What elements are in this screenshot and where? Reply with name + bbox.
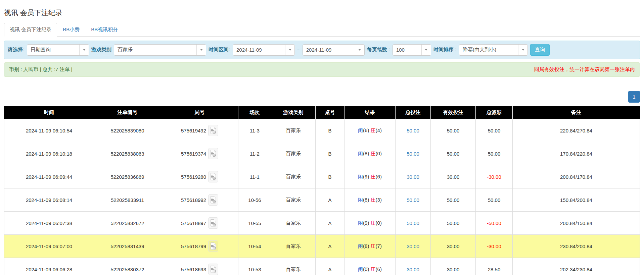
tab-bb-points[interactable]: BB视讯积分: [85, 23, 124, 37]
video-file-icon: [210, 150, 217, 158]
video-replay-button[interactable]: [208, 125, 218, 136]
page: 视讯 会员下注纪录 视讯 会员下注纪录 BB小费 BB视讯积分 请选择: 日期查…: [0, 0, 644, 275]
cell-remark: 200.84/150.84: [513, 212, 640, 235]
date-to-select[interactable]: 2024-11-09: [303, 44, 365, 56]
video-replay-button[interactable]: [208, 171, 218, 182]
chevron-down-icon[interactable]: [79, 45, 89, 55]
cell-valid-bet: 50.00: [431, 119, 476, 142]
payout-value: 50.00: [488, 128, 501, 133]
game-type-value: 百家乐: [114, 45, 196, 55]
cell-time: 2024-11-09 06:10:18: [4, 142, 94, 165]
video-replay-button[interactable]: [208, 264, 218, 275]
banker-score: (4): [376, 127, 382, 133]
payout-value: 50.00: [488, 197, 501, 203]
cell-table-no: B: [316, 142, 344, 165]
payout-value: -30.00: [487, 174, 501, 180]
date-from-select[interactable]: 2024-11-09: [233, 44, 295, 56]
payout-value: 28.50: [488, 267, 501, 272]
cell-time: 2024-11-09 06:10:54: [4, 119, 94, 142]
cell-game-type: 百家乐: [271, 188, 316, 212]
total-bet-link[interactable]: 50.00: [407, 197, 419, 203]
chevron-down-icon[interactable]: [355, 45, 364, 55]
cell-remark: 220.84/270.84: [513, 119, 640, 142]
cell-bet-id: 522025833911: [94, 188, 161, 212]
player-score: (9): [363, 174, 369, 179]
query-type-value: 日期查询: [27, 45, 79, 55]
currency-summary: 币别 : 人民币 | 总共 :7 注单 |: [9, 66, 73, 73]
banker-score: (0): [376, 151, 382, 156]
table-header-row: 时间 注单编号 局号 场次 游戏类别 桌号 结果 总投注 有效投注 总派彩 备注: [4, 106, 640, 119]
table-row: 2024-11-09 06:07:00 522025831439 5756187…: [4, 235, 640, 258]
game-type-select[interactable]: 百家乐: [114, 44, 206, 56]
cell-remark: 230.84/200.84: [513, 235, 640, 258]
total-bet-link[interactable]: 50.00: [407, 151, 419, 157]
cell-game-type: 百家乐: [271, 258, 316, 275]
date-to-value: 2024-11-09: [303, 45, 355, 55]
query-type-label: 请选择:: [8, 47, 25, 53]
sort-order-select[interactable]: 降幂(由大到小): [459, 44, 528, 56]
cell-remark: 170.84/220.84: [513, 142, 640, 165]
cell-round-id: 575619492: [161, 119, 238, 142]
player-score: (8): [363, 151, 369, 156]
tab-betting-records[interactable]: 视讯 会员下注纪录: [4, 23, 57, 37]
search-button[interactable]: 查询: [530, 44, 550, 56]
status-bar: 币别 : 人民币 | 总共 :7 注单 | 同局有效投注，统一计算在该局第一张注…: [4, 62, 640, 77]
chevron-down-icon[interactable]: [421, 45, 431, 55]
cell-total-bet: 30.00: [396, 165, 431, 188]
cell-payout: 50.00: [476, 142, 513, 165]
total-bet-link[interactable]: 30.00: [407, 174, 419, 180]
banker-label: 庄: [371, 197, 376, 203]
pagination-page-1[interactable]: 1: [628, 91, 640, 103]
cell-valid-bet: 50.00: [431, 212, 476, 235]
chevron-down-icon[interactable]: [196, 45, 206, 55]
banker-label: 庄: [371, 174, 376, 179]
cell-bet-id: 522025838063: [94, 142, 161, 165]
cell-payout: -30.00: [476, 235, 513, 258]
cell-round-id: 575618799: [161, 235, 238, 258]
cell-session: 11-3: [238, 119, 271, 142]
table-row: 2024-11-09 06:06:28 522025830372 5756186…: [4, 258, 640, 275]
video-replay-button[interactable]: [208, 194, 218, 206]
chevron-down-icon[interactable]: [285, 45, 294, 55]
cell-table-no: A: [316, 258, 344, 275]
cell-result: 闲(8) 庄(0): [344, 142, 396, 165]
table-row: 2024-11-09 06:10:18 522025838063 5756193…: [4, 142, 640, 165]
table-row: 2024-11-09 06:10:54 522025839080 5756194…: [4, 119, 640, 142]
video-replay-button[interactable]: [208, 217, 218, 229]
header-time: 时间: [4, 106, 94, 119]
game-type-label: 游戏类别: [91, 47, 111, 53]
chevron-down-icon[interactable]: [518, 45, 527, 55]
tab-bb-tips[interactable]: BB小费: [57, 23, 85, 37]
banker-label: 庄: [371, 243, 376, 249]
page-size-select[interactable]: 100: [393, 44, 431, 56]
total-bet-link[interactable]: 50.00: [407, 220, 419, 226]
cell-game-type: 百家乐: [271, 165, 316, 188]
query-type-select[interactable]: 日期查询: [27, 44, 89, 56]
total-bet-link[interactable]: 30.00: [407, 243, 419, 249]
sort-order-value: 降幂(由大到小): [459, 45, 518, 55]
round-id-value: 575619280: [181, 174, 206, 180]
header-remark: 备注: [513, 106, 640, 119]
cell-round-id: 575619374: [161, 142, 238, 165]
round-id-value: 575618693: [181, 267, 206, 272]
total-bet-link[interactable]: 30.00: [407, 267, 419, 272]
banker-score: (3): [376, 197, 382, 203]
cell-payout: 50.00: [476, 188, 513, 212]
cell-result: 闲(9) 庄(0): [344, 212, 396, 235]
cell-game-type: 百家乐: [271, 142, 316, 165]
total-bet-link[interactable]: 50.00: [407, 128, 419, 133]
video-replay-button[interactable]: [208, 240, 218, 252]
header-valid-bet: 有效投注: [431, 106, 476, 119]
cell-game-type: 百家乐: [271, 235, 316, 258]
header-payout: 总派彩: [476, 106, 513, 119]
banker-score: (7): [376, 243, 382, 249]
cell-table-no: A: [316, 235, 344, 258]
cell-table-no: A: [316, 188, 344, 212]
round-id-value: 575619374: [181, 151, 206, 157]
cell-valid-bet: 50.00: [431, 188, 476, 212]
payout-value: -50.00: [487, 220, 501, 226]
player-label: 闲: [358, 266, 363, 272]
banker-label: 庄: [371, 151, 376, 156]
cell-result: 闲(0) 庄(6): [344, 258, 396, 275]
video-replay-button[interactable]: [208, 148, 218, 159]
